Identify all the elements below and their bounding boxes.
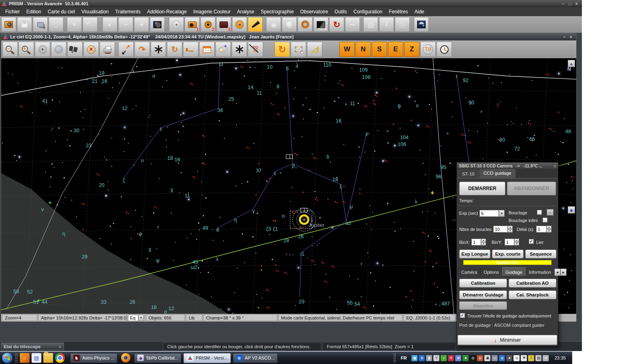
toolbar-star-align-button[interactable] [83,17,98,32]
step-up-icon[interactable]: ▲ [481,239,486,242]
tray-icon-8[interactable]: ◎ [470,355,476,361]
quicklaunch-wmp-icon[interactable]: ○ [20,353,30,363]
calibration-ao-button[interactable]: Calibration AO [509,279,556,288]
menu-edition[interactable]: Edition [23,8,44,15]
toolbar-zoom-in-button[interactable] [19,42,34,57]
toolbar-camera-lens-button[interactable]: 2 [200,17,215,32]
toolbar-observatory-button[interactable] [414,17,429,32]
telescope-state-window[interactable]: Etat du télescope x [1,343,64,350]
map-titlebar[interactable]: Le ciel EQ.2000-1-1, Zoom=4, Alpha= 15h1… [1,33,576,40]
abandon-button[interactable]: Abandon [459,301,507,310]
taskbar-clock[interactable]: 23:35 [550,356,571,360]
exp-dropdown-icon[interactable]: ▼ [499,210,505,217]
quicklaunch-pages-icon[interactable]: ▤ [32,353,41,363]
sub-tab-cam-ra[interactable]: Caméra [458,268,480,276]
tray-icon-1[interactable]: B [419,355,425,361]
tray-icon-15[interactable]: ⚑ [521,355,527,361]
toolbar-step-view-button[interactable] [183,42,198,57]
minimize-icon[interactable]: – [562,2,564,6]
toolbar-zoom-out-button[interactable] [2,42,18,57]
toolbar-clock-button[interactable] [437,42,452,57]
menu-outils[interactable]: Outils [332,8,350,15]
demarrer-guidage-button[interactable]: Démarrer Guidage [459,290,507,299]
find-guide-star-checkbox[interactable] [460,313,465,318]
toolbar-undo-view-button[interactable] [167,42,182,57]
menu-observatoire[interactable]: Observatoire [297,8,331,15]
toolbar-slash-button[interactable] [379,17,394,32]
step-down-icon[interactable]: ▼ [481,242,486,246]
toolbar-telescope-button[interactable] [248,17,263,32]
toolbar-compass-e-button[interactable]: E [388,42,403,57]
taskbar-button-astro-physics-[interactable]: ♞Astro-Physics ... [70,353,117,363]
bouclage-checkbox[interactable] [537,210,542,215]
bouclage-cancel-icon[interactable]: × [547,209,554,216]
toolbar-filter-wheel-gray-button[interactable] [35,42,50,57]
toolbar-measure-button[interactable] [307,42,322,57]
tray-icon-14[interactable]: u [513,355,520,361]
toolbar-levels-button[interactable] [395,17,410,32]
ccd-panel-titlebar[interactable]: SBIG ST-10 3 CCD Camera -> -11.9°C ... x [457,163,558,169]
map-minimize-icon[interactable]: – [563,35,565,39]
toolbar-open-image-button[interactable] [1,17,16,32]
ccd-close-icon[interactable]: x [554,163,556,168]
delai-stepper[interactable]: 1 ▲▼ [536,226,552,233]
tab-st10[interactable]: ST-10 [458,170,479,178]
quicklaunch-folder-icon[interactable] [43,353,53,363]
bouclage-infini-checkbox[interactable] [543,218,547,222]
step-up-icon[interactable]: ▲ [508,226,513,229]
tray-icon-11[interactable]: ▭ [492,355,498,361]
main-titlebar[interactable]: PRISM - Version Avancée 10.3.46.401 – □ … [0,0,582,7]
cal-sharplock-button[interactable]: Cal. Sharplock [509,290,556,299]
step-up-icon[interactable]: ▲ [514,239,519,242]
menu-spectrographie[interactable]: Spectrographie [258,8,296,15]
toolbar-camera-dark-button[interactable]: 3 [216,17,231,32]
toolbar-tool-minus-button[interactable] [118,17,133,32]
toolbar-ephemeris-table-button[interactable] [199,42,215,57]
toolbar-rotate-field-button[interactable] [275,42,290,57]
taskbar-button-ap-v2-asco-[interactable]: ⊕AP V2 ASCO... [233,353,278,363]
menu-imagerie-couleur[interactable]: Imagerie Couleur [190,8,233,15]
binx-stepper[interactable]: 1 ▲▼ [471,239,486,245]
tray-icon-5[interactable]: R [448,355,454,361]
toolbar-compass-w-button[interactable]: W [339,42,355,57]
tray-icon-6[interactable]: ⊕ [455,355,461,361]
toolbar-contract-field-button[interactable] [151,42,166,57]
telescope-state-close-icon[interactable]: x [59,344,62,349]
toolbar-info-button[interactable] [49,17,64,32]
step-down-icon[interactable]: ▼ [514,242,519,246]
menu-traitements[interactable]: Traitements [112,8,143,15]
toolbar-binoculars-button[interactable] [67,42,83,57]
toolbar-image-visu-button[interactable] [150,17,165,32]
toolbar-tool-plus-button[interactable] [134,17,149,32]
toolbar-eq-az-button[interactable]: EQAZ [248,42,263,57]
toolbar-expand-field-button[interactable] [118,42,134,57]
toolbar-half-disk-button[interactable] [102,17,117,32]
toolbar-contract-2-button[interactable] [232,42,247,57]
toolbar-print-button[interactable] [100,42,115,57]
toolbar-solar-system-button[interactable] [215,42,231,57]
start-button[interactable] [2,352,13,364]
tray-icon-0[interactable]: ▦ [411,355,418,361]
nbre-boucles-stepper[interactable]: 10 ▲▼ [493,226,513,233]
toolbar-calib-image-button[interactable]: CALIB [313,17,328,32]
map-close-icon[interactable]: × [570,35,572,39]
step-down-icon[interactable]: ▼ [547,229,552,233]
toolbar-sphere-stars-button[interactable] [282,17,297,32]
toolbar-compass-s-button[interactable]: S [372,42,387,57]
sub-tab-guidage[interactable]: Guidage [502,267,526,276]
toolbar-delete-object-button[interactable] [83,42,99,57]
demarrer-button[interactable]: DEMARRER [459,182,505,195]
menu-analyse[interactable]: Analyse [234,8,257,15]
toolbar-compass-n-button[interactable]: N [356,42,371,57]
biny-stepper[interactable]: 1 ▲▼ [505,239,519,245]
taskbar-button-prism-versi-[interactable]: PRISM - Versi... [183,353,230,363]
menu-fen-tres[interactable]: Fenêtres [386,8,411,15]
menu-aide[interactable]: Aide [412,8,427,15]
close-icon[interactable]: × [575,2,578,6]
toolbar-select-region-button[interactable] [291,42,306,57]
menu-configuration[interactable]: Configuration [351,8,385,15]
toolbar-filter-wheel-gray-button[interactable] [169,17,184,32]
tray-icon-9[interactable]: Ω [477,355,483,361]
toolbar-cd-tools-button[interactable] [298,17,313,32]
exp-sec-select[interactable]: 5 ▼ [479,210,505,217]
